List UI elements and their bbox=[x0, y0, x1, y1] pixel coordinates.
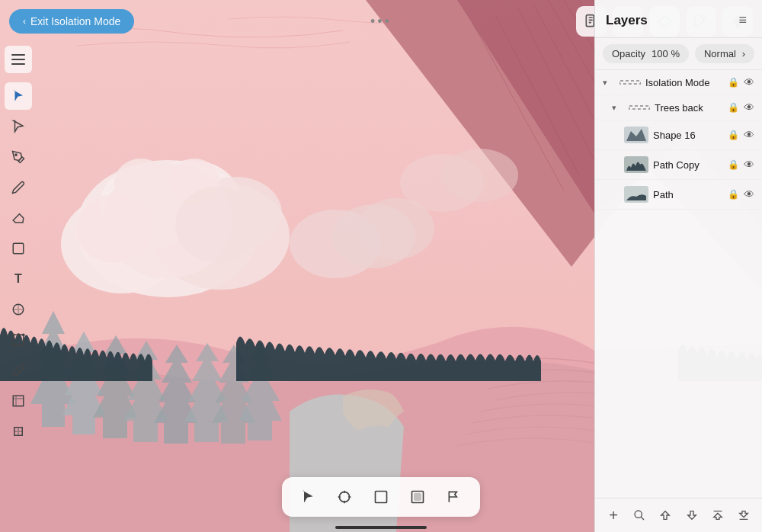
slice-tool-button[interactable] bbox=[5, 418, 32, 445]
eye-icon[interactable]: 👁 bbox=[744, 76, 754, 88]
svg-rect-36 bbox=[620, 81, 641, 84]
layers-footer: + bbox=[595, 498, 762, 532]
text-tool-button[interactable]: T bbox=[5, 265, 32, 293]
shape-16-thumbnail bbox=[624, 127, 648, 143]
gradient-tool-button[interactable] bbox=[5, 296, 32, 323]
svg-rect-33 bbox=[376, 492, 387, 503]
shape-tool-button[interactable] bbox=[5, 235, 32, 262]
flag-bottom-button[interactable] bbox=[440, 483, 468, 511]
bottom-toolbar bbox=[282, 477, 480, 517]
rect-select-bottom-button[interactable] bbox=[367, 483, 395, 511]
crosshair-bottom-button[interactable] bbox=[331, 483, 358, 511]
layer-dashed-thumbnail bbox=[629, 101, 650, 114]
add-layer-button[interactable]: + bbox=[603, 505, 624, 526]
layer-dashed-thumbnail bbox=[620, 76, 641, 88]
opacity-button[interactable]: Opacity 100 % bbox=[603, 44, 689, 63]
direct-select-tool-button[interactable] bbox=[5, 113, 32, 140]
home-bar bbox=[335, 526, 427, 529]
move-layer-bottom-button[interactable] bbox=[733, 505, 754, 526]
eye-icon[interactable]: 👁 bbox=[744, 129, 754, 141]
lock-icon: 🔒 bbox=[728, 159, 739, 170]
layer-path-copy[interactable]: Path Copy 🔒 👁 bbox=[595, 150, 762, 180]
move-layer-top-button[interactable] bbox=[707, 505, 728, 526]
layers-panel: Layers ≡ Opacity 100 % Normal › ▾ Isolat… bbox=[594, 0, 762, 532]
svg-point-38 bbox=[635, 511, 642, 518]
expand-arrow-icon: ▾ bbox=[603, 78, 615, 88]
layer-path[interactable]: Path 🔒 👁 bbox=[595, 180, 762, 210]
svg-point-11 bbox=[175, 187, 259, 263]
eraser-tool-button[interactable] bbox=[5, 204, 32, 232]
pen-tool-button[interactable] bbox=[5, 143, 32, 171]
blend-mode-label: Normal bbox=[704, 48, 736, 59]
layer-name-path: Path bbox=[653, 189, 723, 200]
svg-point-30 bbox=[18, 334, 19, 335]
svg-point-10 bbox=[76, 194, 152, 263]
svg-rect-19 bbox=[11, 54, 25, 56]
layer-shape-16[interactable]: Shape 16 🔒 👁 bbox=[595, 120, 762, 150]
lock-icon: 🔒 bbox=[728, 102, 739, 113]
more-options-dots[interactable]: ••• bbox=[370, 14, 392, 30]
transform-tool-button[interactable] bbox=[5, 326, 32, 354]
expand-arrow-icon: ▾ bbox=[612, 103, 624, 113]
svg-rect-20 bbox=[11, 59, 25, 60]
svg-point-29 bbox=[23, 345, 24, 346]
path-thumbnail bbox=[624, 186, 648, 203]
eye-icon[interactable]: 👁 bbox=[744, 159, 754, 171]
svg-point-28 bbox=[12, 345, 14, 346]
layer-isolation-mode[interactable]: ▾ Isolation Mode 🔒 👁 bbox=[595, 70, 762, 95]
opacity-value: 100 % bbox=[652, 48, 680, 59]
svg-point-16 bbox=[442, 149, 518, 202]
layer-name-trees-back: Trees back bbox=[655, 102, 723, 114]
layer-trees-back[interactable]: ▾ Trees back 🔒 👁 bbox=[595, 95, 762, 120]
svg-rect-25 bbox=[13, 335, 24, 345]
select-tool-button[interactable] bbox=[5, 82, 32, 110]
search-layer-button[interactable] bbox=[629, 505, 650, 526]
layers-panel-title: Layers bbox=[606, 13, 648, 28]
blend-mode-button[interactable]: Normal › bbox=[695, 44, 754, 63]
svg-point-27 bbox=[23, 334, 24, 335]
artboard-tool-button[interactable] bbox=[5, 387, 32, 415]
layer-name-shape-16: Shape 16 bbox=[653, 130, 723, 141]
lock-icon: 🔒 bbox=[728, 77, 739, 88]
move-layer-up-button[interactable] bbox=[655, 505, 676, 526]
svg-rect-21 bbox=[11, 63, 25, 65]
layers-controls: Opacity 100 % Normal › bbox=[595, 38, 762, 70]
eye-icon[interactable]: 👁 bbox=[744, 188, 754, 200]
svg-point-32 bbox=[339, 492, 349, 502]
left-sidebar: T bbox=[0, 0, 37, 532]
lock-icon: 🔒 bbox=[728, 189, 739, 200]
pencil-tool-button[interactable] bbox=[5, 174, 32, 201]
lock-icon: 🔒 bbox=[728, 130, 739, 140]
arrow-select-bottom-button[interactable] bbox=[294, 483, 322, 511]
hamburger-menu-button[interactable] bbox=[5, 46, 32, 73]
eyedropper-tool-button[interactable] bbox=[5, 357, 32, 384]
svg-point-22 bbox=[15, 154, 17, 155]
rect-select-2-bottom-button[interactable] bbox=[404, 483, 431, 511]
move-layer-down-button[interactable] bbox=[681, 505, 703, 526]
layers-menu-button[interactable]: ≡ bbox=[734, 11, 751, 30]
svg-rect-31 bbox=[13, 396, 24, 406]
layers-list: ▾ Isolation Mode 🔒 👁 ▾ Trees back 🔒 👁 bbox=[595, 70, 762, 498]
layers-panel-header: Layers ≡ bbox=[595, 0, 762, 38]
svg-rect-23 bbox=[13, 243, 24, 254]
layer-name-isolation-mode: Isolation Mode bbox=[645, 77, 723, 88]
svg-rect-35 bbox=[415, 494, 421, 500]
path-copy-thumbnail bbox=[624, 156, 648, 173]
blend-mode-chevron: › bbox=[742, 48, 745, 59]
svg-point-26 bbox=[12, 334, 14, 335]
layer-name-path-copy: Path Copy bbox=[653, 159, 723, 171]
svg-rect-37 bbox=[629, 106, 650, 109]
opacity-label: Opacity bbox=[612, 48, 645, 59]
eye-icon[interactable]: 👁 bbox=[744, 101, 754, 114]
